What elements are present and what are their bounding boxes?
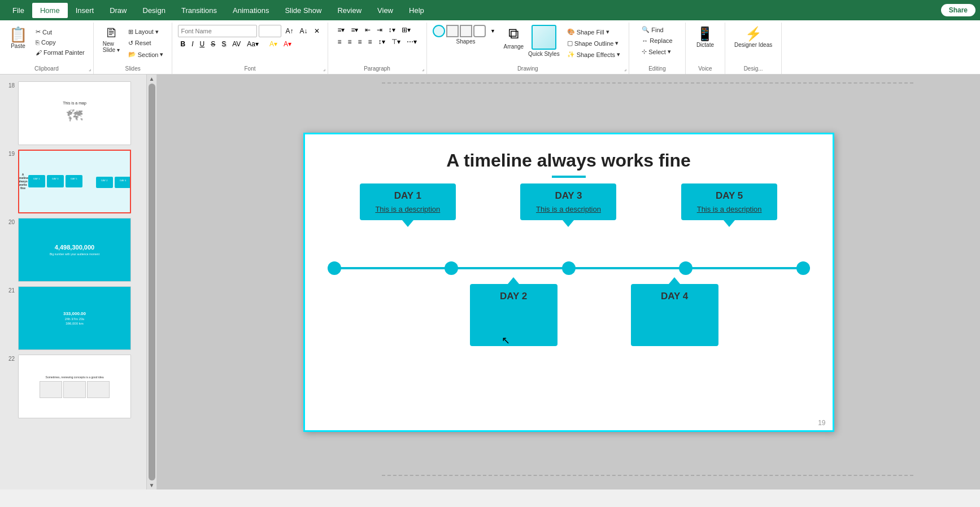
copy-button[interactable]: ⎘ Copy xyxy=(33,38,88,47)
replace-button[interactable]: ↔ Replace xyxy=(639,36,675,45)
decrease-font-button[interactable]: A↓ xyxy=(297,26,310,36)
tab-draw[interactable]: Draw xyxy=(102,3,134,18)
tab-design[interactable]: Design xyxy=(135,3,173,18)
dictate-button[interactable]: 📱 Dictate xyxy=(693,25,717,50)
shapes-label: Shapes xyxy=(456,38,476,45)
smartart-button[interactable]: ⋯▾ xyxy=(404,37,419,47)
change-case-button[interactable]: Aa▾ xyxy=(245,39,261,49)
tab-home[interactable]: Home xyxy=(32,3,68,18)
arrange-label[interactable]: Arrange xyxy=(504,43,524,50)
justify-button[interactable]: ≡ xyxy=(366,37,374,47)
shape-rect2[interactable] xyxy=(460,25,472,37)
tab-review[interactable]: Review xyxy=(329,3,369,18)
select-button[interactable]: ⊹ Select ▾ xyxy=(639,47,674,56)
bullets-button[interactable]: ≡▾ xyxy=(335,25,347,35)
tab-insert[interactable]: Insert xyxy=(68,3,102,18)
shape-outline-button[interactable]: ▢ Shape Outline ▾ xyxy=(564,38,623,48)
shape-fill-button[interactable]: 🎨 Shape Fill ▾ xyxy=(564,27,623,37)
clipboard-expand-icon[interactable]: ⌟ xyxy=(89,66,91,72)
main-slide: A timeline always works fine DAY 1 This … xyxy=(303,133,834,432)
align-center-button[interactable]: ≡ xyxy=(345,37,354,47)
share-button[interactable]: Share xyxy=(941,4,975,16)
layout-button[interactable]: ⊞ Layout ▾ xyxy=(125,27,167,37)
day4-label: DAY 4 xyxy=(641,291,708,302)
day5-arrow xyxy=(724,220,735,227)
paragraph-expand-icon[interactable]: ⌟ xyxy=(422,66,424,72)
day2-box: DAY 2 xyxy=(470,284,557,346)
tab-view[interactable]: View xyxy=(369,3,401,18)
canvas-area: A timeline always works fine DAY 1 This … xyxy=(157,75,980,489)
day3-box: DAY 3 This is a description xyxy=(520,183,616,220)
scroll-down-arrow[interactable]: ▼ xyxy=(149,482,155,488)
slide-thumb-22[interactable]: 22 Sometimes, reviewing concepts is a go… xyxy=(0,352,146,421)
day2-label: DAY 2 xyxy=(480,291,547,302)
align-left-button[interactable]: ≡ xyxy=(335,37,343,47)
paste-button[interactable]: 📋 Paste xyxy=(6,25,31,51)
dot-3 xyxy=(562,261,576,275)
align-text-button[interactable]: ⊤▾ xyxy=(389,37,403,47)
increase-indent-button[interactable]: ⇥ xyxy=(374,25,385,35)
day1-label: DAY 1 xyxy=(370,190,446,202)
find-button[interactable]: 🔍 Find xyxy=(639,25,666,34)
thumb-20-label: 4,498,300,000 xyxy=(50,244,99,251)
decrease-indent-button[interactable]: ⇤ xyxy=(363,25,373,35)
font-size-input[interactable]: 10.5 xyxy=(259,25,281,37)
increase-font-button[interactable]: A↑ xyxy=(283,26,295,36)
slide-thumb-18[interactable]: 18 This is a map 🗺 xyxy=(0,79,146,147)
designer-button[interactable]: ⚡ Designer Ideas xyxy=(731,25,776,50)
text-direction-button[interactable]: ↕▾ xyxy=(376,37,387,47)
shape-effects-button[interactable]: ✨ Shape Effects ▾ xyxy=(564,50,623,59)
designer-group-label: Desig... xyxy=(725,65,781,72)
tab-file[interactable]: File xyxy=(5,3,32,18)
shape-rect[interactable] xyxy=(446,25,459,37)
dot-1 xyxy=(328,261,341,275)
arrange-icon: ⧉ xyxy=(508,25,519,42)
strikethrough-button[interactable]: S xyxy=(208,39,217,49)
reset-button[interactable]: ↺ Reset xyxy=(125,38,167,48)
voice-group-label: Voice xyxy=(686,65,725,72)
align-right-button[interactable]: ≡ xyxy=(356,37,364,47)
cut-button[interactable]: ✂ Cut xyxy=(33,27,88,37)
shape-rect3[interactable] xyxy=(473,25,486,37)
add-cols-button[interactable]: ⊞▾ xyxy=(399,25,413,35)
tab-help[interactable]: Help xyxy=(401,3,432,18)
slide-number: 19 xyxy=(818,419,825,427)
tab-slideshow[interactable]: Slide Show xyxy=(277,3,329,18)
slide-thumb-20[interactable]: 20 4,498,300,000 Big number with your au… xyxy=(0,216,146,284)
slide-thumb-19[interactable]: 19 A timeline always works fine DAY 1 DA… xyxy=(0,147,146,216)
shadow-button[interactable]: S xyxy=(219,39,228,49)
scroll-thumb[interactable] xyxy=(149,84,155,480)
quick-styles-label[interactable]: Quick Styles xyxy=(528,51,560,57)
bold-button[interactable]: B xyxy=(178,39,188,49)
font-color-button[interactable]: A▾ xyxy=(281,39,294,49)
map-icon: 🗺 xyxy=(63,107,86,125)
scroll-up-arrow[interactable]: ▲ xyxy=(149,76,155,82)
shape-oval[interactable] xyxy=(433,25,445,37)
day1-arrow xyxy=(402,220,413,227)
highlight-color-button[interactable]: A▾ xyxy=(267,39,280,49)
font-name-input[interactable] xyxy=(178,25,257,37)
tab-animations[interactable]: Animations xyxy=(225,3,277,18)
shape-more[interactable]: ▼ xyxy=(487,25,499,37)
slide-panel: 18 This is a map 🗺 19 A timeline always … xyxy=(0,75,147,489)
font-expand-icon[interactable]: ⌟ xyxy=(323,66,325,72)
line-spacing-button[interactable]: ↕▾ xyxy=(386,25,398,35)
day1-desc: This is a description xyxy=(370,205,446,213)
slide-title: A timeline always works fine xyxy=(305,150,833,171)
thumb-18-label: This is a map xyxy=(63,101,86,105)
format-painter-button[interactable]: 🖌 Format Painter xyxy=(33,48,88,57)
slide-thumb-21[interactable]: 21 333,000.00 24h 37m 23s 386,000 km xyxy=(0,284,146,352)
font-group-label: Font xyxy=(172,65,327,72)
editing-group-label: Editing xyxy=(629,65,685,72)
thumb-19-label: A timeline always works fine xyxy=(18,173,28,190)
numbering-button[interactable]: ≡▾ xyxy=(349,25,360,35)
drawing-group-label: Drawing xyxy=(427,65,629,72)
italic-button[interactable]: I xyxy=(189,39,195,49)
tab-transitions[interactable]: Transitions xyxy=(173,3,225,18)
char-spacing-button[interactable]: AV xyxy=(230,39,243,49)
new-slide-button[interactable]: 🖹 NewSlide ▾ xyxy=(99,25,123,55)
drawing-expand-icon[interactable]: ⌟ xyxy=(624,66,626,72)
section-button[interactable]: 📂 Section ▾ xyxy=(125,50,167,59)
clear-format-button[interactable]: ✕ xyxy=(312,26,322,36)
underline-button[interactable]: U xyxy=(197,39,207,49)
